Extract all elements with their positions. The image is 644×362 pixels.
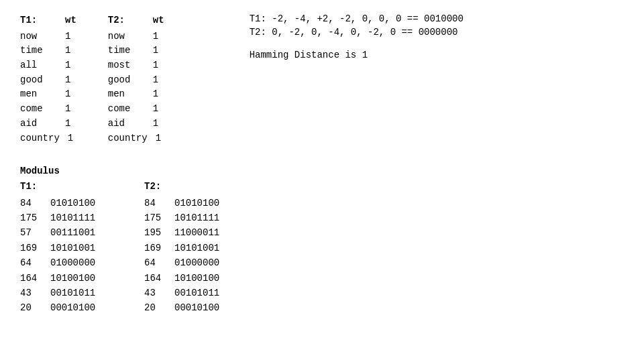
t1-mod-num-3: 169 bbox=[20, 241, 44, 255]
t2-word-4: men bbox=[108, 87, 145, 102]
t2-modulus-block: T2: 840101010017510101111195110000111691… bbox=[144, 179, 228, 316]
t2-label: T2: bbox=[108, 13, 145, 28]
t1-wt-label: wt bbox=[65, 13, 78, 28]
t1-word-7: country bbox=[20, 131, 60, 146]
t2-word-6: aid bbox=[108, 117, 145, 131]
t2-word-3: good bbox=[108, 73, 145, 88]
t2-word-7: country bbox=[108, 131, 148, 146]
t2-wt-1: 1 bbox=[153, 44, 166, 58]
list-item: 6401000000 bbox=[20, 255, 104, 270]
modulus-title: Modulus bbox=[20, 166, 624, 176]
t1-mod-num-4: 64 bbox=[20, 255, 44, 270]
t2-mod-bin-3: 10101001 bbox=[174, 241, 228, 255]
t1-mod-num-5: 164 bbox=[20, 271, 44, 286]
t1-mod-num-0: 84 bbox=[20, 196, 44, 210]
t2-mod-num-7: 20 bbox=[144, 300, 168, 315]
t1-wt-4: 1 bbox=[65, 87, 78, 102]
bottom-section: Modulus T1: 8401010100175101011115700111… bbox=[0, 166, 644, 316]
t2-mod-bin-5: 10100100 bbox=[174, 271, 228, 286]
t1-block: T1: wt now1 time1 all1 good1 men1 come1 … bbox=[20, 13, 81, 145]
list-item: 4300101011 bbox=[144, 286, 228, 300]
t1-word-3: good bbox=[20, 73, 57, 88]
t1-mod-bin-3: 10101001 bbox=[50, 241, 104, 255]
t2-wt-3: 1 bbox=[153, 73, 166, 88]
t1-wt-0: 1 bbox=[65, 29, 78, 44]
t2-mod-bin-6: 00101011 bbox=[174, 286, 228, 300]
t1-mod-bin-4: 01000000 bbox=[50, 255, 104, 270]
list-item: 4300101011 bbox=[20, 286, 104, 300]
list-item: 2000010100 bbox=[144, 300, 228, 315]
t2-mod-num-1: 175 bbox=[144, 210, 168, 225]
t2-wt-2: 1 bbox=[153, 58, 166, 73]
t1-wt-6: 1 bbox=[65, 117, 78, 131]
t2-mod-num-3: 169 bbox=[144, 241, 168, 255]
list-item: 16410100100 bbox=[144, 271, 228, 286]
list-item: 16910101001 bbox=[20, 241, 104, 255]
t1-mod-num-2: 57 bbox=[20, 225, 44, 240]
t1-mod-num-7: 20 bbox=[20, 300, 44, 315]
t1-mod-num-1: 175 bbox=[20, 210, 44, 225]
t2-wt-0: 1 bbox=[153, 29, 166, 44]
t2-wt-6: 1 bbox=[153, 117, 166, 131]
t2-wt-7: 1 bbox=[156, 131, 169, 146]
t1-modulus-block: T1: 840101010017510101111570011100116910… bbox=[20, 179, 104, 316]
t1-mod-bin-7: 00010100 bbox=[50, 300, 104, 315]
t1-mod-bin-1: 10101111 bbox=[50, 210, 104, 225]
t2-mod-bin-0: 01010100 bbox=[174, 196, 228, 210]
t1-word-1: time bbox=[20, 44, 57, 58]
list-item: 5700111001 bbox=[20, 225, 104, 240]
right-section: T1: -2, -4, +2, -2, 0, 0, 0 == 0010000 T… bbox=[250, 13, 464, 145]
t1-word-2: all bbox=[20, 58, 57, 73]
t1-word-4: men bbox=[20, 87, 57, 102]
t1-word-0: now bbox=[20, 29, 57, 44]
t2-mod-bin-1: 10101111 bbox=[174, 210, 228, 225]
t1-mod-label: T1: bbox=[20, 179, 37, 194]
t1-wt-3: 1 bbox=[65, 73, 78, 88]
t1-wt-2: 1 bbox=[65, 58, 78, 73]
t1-mod-num-6: 43 bbox=[20, 286, 44, 300]
t2-mod-num-2: 195 bbox=[144, 225, 168, 240]
list-item: 16410100100 bbox=[20, 271, 104, 286]
hamming-text: Hamming Distance is 1 bbox=[250, 50, 368, 60]
t2-mod-num-0: 84 bbox=[144, 196, 168, 210]
t2-wt-5: 1 bbox=[153, 102, 166, 117]
t2-word-0: now bbox=[108, 29, 145, 44]
list-item: 8401010100 bbox=[144, 196, 228, 210]
t1-wt-5: 1 bbox=[65, 102, 78, 117]
t2-mod-label: T2: bbox=[144, 179, 161, 194]
list-item: 19511000011 bbox=[144, 225, 228, 240]
t2-mod-bin-2: 11000011 bbox=[174, 225, 228, 240]
left-section: T1: wt now1 time1 all1 good1 men1 come1 … bbox=[20, 13, 169, 145]
t2-mod-num-4: 64 bbox=[144, 255, 168, 270]
list-item: 16910101001 bbox=[144, 241, 228, 255]
t1-label: T1: bbox=[20, 13, 57, 28]
t2-mod-bin-4: 01000000 bbox=[174, 255, 228, 270]
t2-word-2: most bbox=[108, 58, 145, 73]
main-container: T1: wt now1 time1 all1 good1 men1 come1 … bbox=[0, 0, 644, 159]
t1-mod-bin-5: 10100100 bbox=[50, 271, 104, 286]
t1-wt-1: 1 bbox=[65, 44, 78, 58]
bottom-cols: T1: 840101010017510101111570011100116910… bbox=[20, 179, 624, 316]
t1-mod-bin-2: 00111001 bbox=[50, 225, 104, 240]
t2-word-1: time bbox=[108, 44, 145, 58]
list-item: 8401010100 bbox=[20, 196, 104, 210]
t1-mod-bin-6: 00101011 bbox=[50, 286, 104, 300]
t2-vector-line: T2: 0, -2, 0, -4, 0, -2, 0 == 0000000 bbox=[250, 27, 464, 38]
t1-wt-7: 1 bbox=[68, 131, 81, 146]
list-item: 17510101111 bbox=[20, 210, 104, 225]
t2-block: T2: wt now1 time1 most1 good1 men1 come1… bbox=[108, 13, 169, 145]
t1-word-6: aid bbox=[20, 117, 57, 131]
t2-mod-num-5: 164 bbox=[144, 271, 168, 286]
list-item: 17510101111 bbox=[144, 210, 228, 225]
hamming-distance: Hamming Distance is 1 bbox=[250, 50, 464, 60]
t2-mod-num-6: 43 bbox=[144, 286, 168, 300]
t2-mod-bin-7: 00010100 bbox=[174, 300, 228, 315]
t1-vector-line: T1: -2, -4, +2, -2, 0, 0, 0 == 0010000 bbox=[250, 13, 464, 24]
t2-wt-label: wt bbox=[153, 13, 166, 28]
t1-mod-bin-0: 01010100 bbox=[50, 196, 104, 210]
t1-word-5: come bbox=[20, 102, 57, 117]
list-item: 6401000000 bbox=[144, 255, 228, 270]
list-item: 2000010100 bbox=[20, 300, 104, 315]
t2-wt-4: 1 bbox=[153, 87, 166, 102]
right-info: T1: -2, -4, +2, -2, 0, 0, 0 == 0010000 T… bbox=[250, 13, 464, 60]
